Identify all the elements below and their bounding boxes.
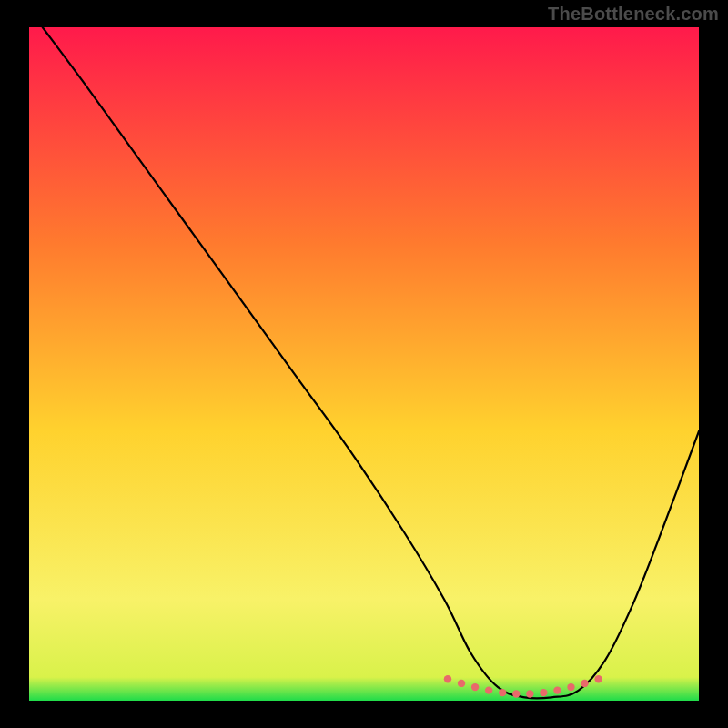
plot-area <box>29 27 699 701</box>
bottleneck-chart <box>29 27 699 701</box>
accent-dot <box>581 680 588 687</box>
accent-dot <box>444 675 451 682</box>
watermark-text: TheBottleneck.com <box>548 4 719 25</box>
accent-dot <box>540 689 547 696</box>
accent-dot <box>512 690 520 697</box>
accent-dot <box>471 683 479 691</box>
accent-dot <box>567 683 574 691</box>
gradient-background <box>29 27 699 701</box>
accent-dot <box>499 689 506 696</box>
accent-dot <box>526 690 533 697</box>
accent-dot <box>485 686 492 693</box>
accent-dot <box>553 686 561 693</box>
accent-dot <box>594 675 602 682</box>
accent-dot <box>458 680 465 687</box>
chart-frame: TheBottleneck.com <box>0 0 728 728</box>
